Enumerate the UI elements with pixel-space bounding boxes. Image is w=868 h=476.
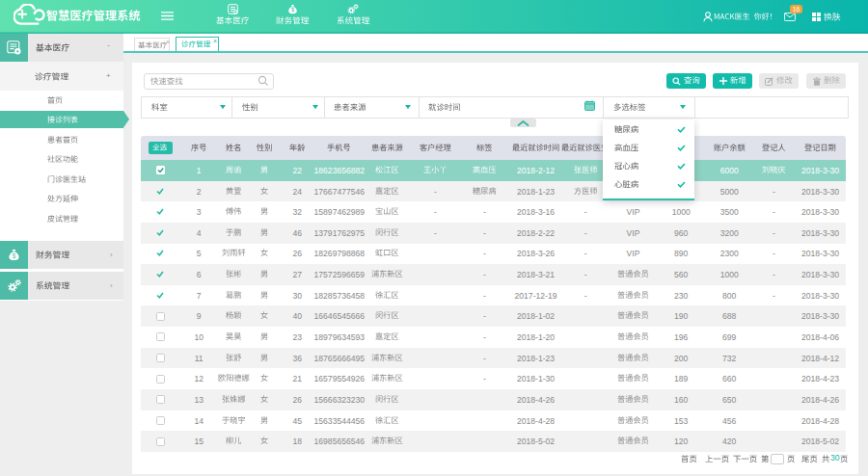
- svg-text:$: $: [13, 252, 16, 259]
- svg-text:$: $: [290, 7, 293, 13]
